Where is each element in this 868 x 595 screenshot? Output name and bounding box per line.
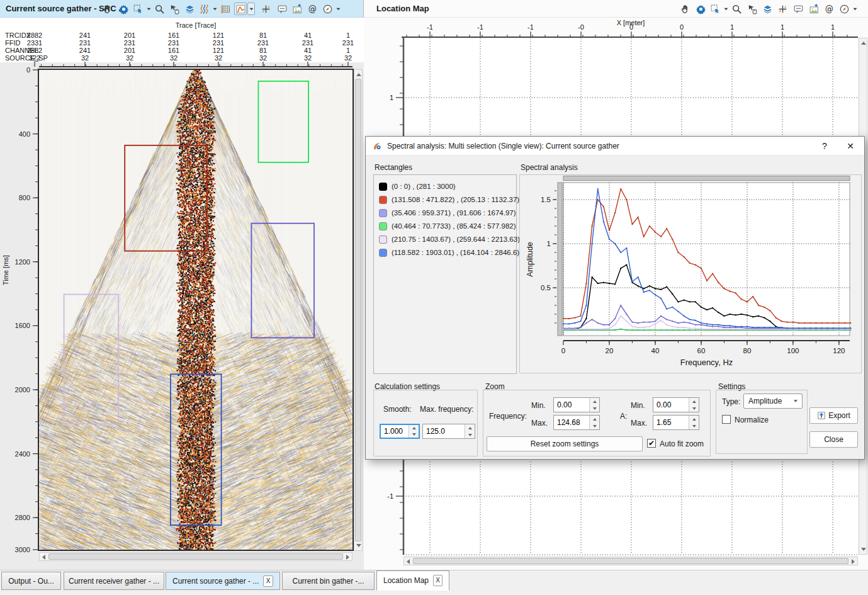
settings-gear-icon[interactable] bbox=[694, 3, 707, 15]
rectangle-list-item[interactable]: (40.464 : 70.7733) , (85.424 : 577.982) bbox=[379, 220, 516, 232]
scroll-right-arrow[interactable] bbox=[852, 559, 855, 564]
export-image-icon[interactable] bbox=[291, 3, 303, 15]
max-frequency-spinbox[interactable] bbox=[422, 424, 475, 439]
select-area-icon[interactable] bbox=[132, 3, 144, 15]
svg-text:1200: 1200 bbox=[15, 258, 30, 266]
wiggle-display-icon[interactable] bbox=[198, 3, 210, 15]
app-icon bbox=[372, 141, 382, 151]
dropdown-arrow-icon[interactable] bbox=[334, 3, 342, 15]
zoom-magnifier-icon[interactable] bbox=[730, 3, 743, 15]
select-area-icon[interactable] bbox=[709, 3, 721, 15]
seismic-horizontal-scrollbar[interactable] bbox=[39, 552, 352, 561]
dropdown-arrow-icon[interactable] bbox=[851, 3, 859, 15]
spinner-arrows[interactable] bbox=[589, 398, 599, 412]
scroll-down-arrow[interactable] bbox=[861, 548, 866, 551]
tab-close-icon[interactable]: X bbox=[433, 575, 442, 586]
smooth-input[interactable] bbox=[381, 425, 409, 438]
tab-current-receiver-gather[interactable]: Current receiver gather - ... bbox=[64, 572, 164, 590]
smooth-spinbox[interactable] bbox=[380, 424, 420, 439]
dialog-titlebar[interactable]: Spectral analysis: Multi selection (Sing… bbox=[366, 137, 864, 156]
spinner-arrows[interactable] bbox=[689, 416, 699, 429]
frequency-min-input[interactable] bbox=[554, 398, 589, 412]
help-button[interactable]: ? bbox=[818, 140, 831, 152]
spinner-arrows[interactable] bbox=[465, 424, 475, 438]
scrollbar-thumb[interactable] bbox=[413, 558, 848, 564]
layers-icon[interactable] bbox=[761, 3, 774, 15]
rectangle-coordinates: (210.75 : 1403.67) , (259.644 : 2213.63) bbox=[392, 235, 520, 243]
scrollbar-thumb[interactable] bbox=[355, 79, 361, 541]
picks-crosshair-icon[interactable] bbox=[776, 3, 789, 15]
scroll-up-arrow[interactable] bbox=[861, 42, 866, 45]
auto-fit-zoom-checkbox[interactable] bbox=[647, 439, 656, 448]
scroll-left-arrow[interactable] bbox=[42, 555, 45, 560]
comment-bubble-icon[interactable] bbox=[276, 3, 288, 15]
svg-text:3000: 3000 bbox=[15, 546, 30, 553]
svg-text:1: 1 bbox=[390, 94, 393, 101]
comment-bubble-icon[interactable] bbox=[792, 3, 804, 15]
zoom-at-icon[interactable]: @ bbox=[306, 3, 318, 15]
pan-hand-icon[interactable] bbox=[679, 3, 691, 15]
settings-gear-icon[interactable] bbox=[117, 3, 130, 15]
rectangle-list-item[interactable]: (131.508 : 471.822) , (205.13 : 1132.37) bbox=[379, 194, 519, 205]
frequency-min-spinbox[interactable] bbox=[553, 397, 600, 412]
close-icon[interactable]: ✕ bbox=[842, 140, 859, 152]
frequency-max-input[interactable] bbox=[554, 416, 589, 429]
time-axis-label: Time [ms] bbox=[2, 276, 9, 285]
tab-location-map[interactable]: Location MapX bbox=[376, 570, 449, 591]
export-image-icon[interactable] bbox=[808, 3, 820, 15]
tab-close-icon[interactable]: X bbox=[263, 575, 273, 587]
dropdown-arrow-icon[interactable] bbox=[722, 3, 730, 15]
layers-icon[interactable] bbox=[183, 3, 196, 15]
a-min-spinbox[interactable] bbox=[653, 397, 699, 412]
pan-hand-icon[interactable] bbox=[101, 3, 113, 15]
a-min-input[interactable] bbox=[653, 398, 689, 412]
spectral-chart[interactable]: 0.511.5Amplitude020406080100120Frequency… bbox=[520, 175, 861, 373]
spinner-arrows[interactable] bbox=[409, 425, 419, 438]
svg-text:-0: -0 bbox=[578, 23, 584, 31]
compass-icon[interactable] bbox=[838, 3, 850, 15]
svg-text:2800: 2800 bbox=[15, 514, 30, 521]
spinner-arrows[interactable] bbox=[689, 398, 699, 412]
dropdown-arrow-icon[interactable] bbox=[211, 3, 218, 15]
picks-crosshair-icon[interactable] bbox=[259, 3, 272, 15]
scroll-left-arrow[interactable] bbox=[407, 559, 410, 564]
normalize-label: Normalize bbox=[735, 416, 769, 424]
a-max-spinbox[interactable] bbox=[653, 415, 699, 430]
type-dropdown[interactable]: Amplitude bbox=[743, 394, 803, 409]
header-table-icon[interactable] bbox=[218, 3, 231, 15]
scrollbar-thumb[interactable] bbox=[48, 553, 343, 560]
rectangles-list[interactable]: (0 : 0) , (281 : 3000)(131.508 : 471.822… bbox=[373, 174, 517, 374]
scroll-up-arrow[interactable] bbox=[356, 73, 361, 76]
dropdown-arrow-icon[interactable] bbox=[145, 3, 152, 15]
a-max-input[interactable] bbox=[653, 416, 689, 429]
close-button[interactable]: Close bbox=[809, 431, 858, 448]
tab-output-ou[interactable]: Output - Ou... bbox=[1, 572, 61, 590]
rectangle-list-item[interactable]: (35.406 : 959.371) , (91.606 : 1674.97) bbox=[379, 207, 516, 218]
seismic-vertical-scrollbar[interactable] bbox=[354, 69, 363, 551]
seismic-image[interactable] bbox=[39, 70, 352, 550]
compass-icon[interactable] bbox=[321, 3, 334, 15]
rectangle-list-item[interactable]: (118.582 : 1903.01) , (164.104 : 2846.6) bbox=[379, 247, 519, 258]
max-frequency-input[interactable] bbox=[423, 424, 465, 438]
export-button[interactable]: Export bbox=[809, 407, 858, 424]
type-value: Amplitude bbox=[744, 397, 789, 405]
reset-zoom-button[interactable]: Reset zoom settings bbox=[487, 436, 643, 451]
pick-mouse-icon[interactable] bbox=[746, 3, 758, 15]
spectrum-icon[interactable] bbox=[234, 3, 247, 15]
tab-current-bin-gather[interactable]: Current bin gather -... bbox=[282, 572, 375, 590]
pick-mouse-icon[interactable] bbox=[168, 3, 181, 15]
tab-current-source-gather[interactable]: Current source gather - ...X bbox=[166, 572, 280, 590]
frequency-max-spinbox[interactable] bbox=[553, 415, 600, 430]
spinner-arrows[interactable] bbox=[589, 416, 599, 429]
scroll-right-arrow[interactable] bbox=[346, 555, 349, 560]
normalize-checkbox[interactable] bbox=[722, 415, 731, 424]
rectangle-list-item[interactable]: (210.75 : 1403.67) , (259.644 : 2213.63) bbox=[379, 234, 520, 245]
map-horizontal-scrollbar[interactable] bbox=[403, 557, 858, 565]
svg-text:1: 1 bbox=[730, 23, 734, 31]
zoom-magnifier-icon[interactable] bbox=[153, 3, 166, 15]
dropdown-arrow-icon[interactable] bbox=[247, 3, 255, 15]
rectangle-list-item[interactable]: (0 : 0) , (281 : 3000) bbox=[379, 181, 456, 192]
scroll-down-arrow[interactable] bbox=[356, 544, 361, 547]
zoom-at-icon[interactable]: @ bbox=[823, 3, 835, 15]
svg-text:0: 0 bbox=[561, 347, 565, 354]
